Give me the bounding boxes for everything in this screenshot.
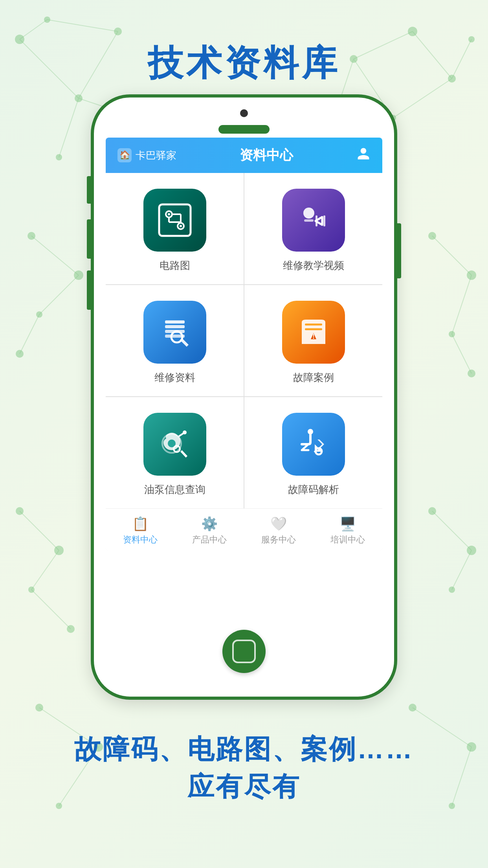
nav-data-icon: 📋 bbox=[132, 516, 149, 531]
video-icon bbox=[282, 189, 345, 252]
nav-train-icon: 🖥️ bbox=[339, 516, 356, 531]
nav-train-center[interactable]: 🖥️ 培训中心 bbox=[313, 509, 382, 551]
nav-service-icon: 🤍 bbox=[270, 516, 287, 531]
phone-top-area bbox=[94, 97, 394, 134]
svg-line-17 bbox=[31, 550, 59, 590]
svg-rect-83 bbox=[313, 334, 314, 337]
circuit-icon bbox=[143, 189, 206, 252]
svg-point-55 bbox=[409, 704, 416, 712]
svg-line-19 bbox=[432, 511, 471, 550]
phone-mockup: 🏠 卡巴驿家 资料中心 bbox=[91, 94, 397, 700]
svg-point-43 bbox=[449, 331, 455, 337]
svg-point-38 bbox=[74, 270, 83, 280]
repair-label: 维修资料 bbox=[154, 371, 195, 384]
svg-line-13 bbox=[432, 236, 471, 275]
home-button[interactable] bbox=[222, 630, 266, 673]
home-button-inner bbox=[232, 640, 256, 663]
side-button-vol-up bbox=[87, 219, 92, 259]
fault-icon bbox=[282, 301, 345, 364]
nav-service-center[interactable]: 🤍 服务中心 bbox=[244, 509, 313, 551]
svg-line-2 bbox=[20, 20, 47, 39]
video-label: 维修教学视频 bbox=[283, 259, 344, 272]
svg-rect-75 bbox=[165, 320, 185, 324]
svg-point-28 bbox=[75, 94, 83, 102]
side-button-power bbox=[396, 223, 401, 278]
fault-label: 故障案例 bbox=[293, 371, 334, 384]
nav-service-label: 服务中心 bbox=[261, 534, 296, 546]
svg-point-31 bbox=[114, 28, 122, 35]
svg-line-16 bbox=[20, 511, 59, 550]
svg-point-29 bbox=[56, 154, 62, 160]
svg-point-70 bbox=[303, 208, 314, 219]
code-icon bbox=[282, 413, 345, 476]
pump-label: 油泵信息查询 bbox=[144, 483, 205, 497]
grid-item-repair[interactable]: 维修资料 bbox=[106, 285, 244, 396]
nav-train-label: 培训中心 bbox=[330, 534, 365, 546]
svg-point-42 bbox=[467, 270, 476, 280]
user-icon[interactable] bbox=[356, 147, 371, 164]
svg-point-44 bbox=[468, 370, 475, 377]
bottom-line1: 故障码、电路图、案例…… bbox=[0, 730, 488, 768]
svg-point-41 bbox=[428, 232, 436, 240]
logo-icon: 🏠 bbox=[117, 148, 132, 162]
nav-product-icon: ⚙️ bbox=[201, 516, 218, 531]
svg-line-3 bbox=[47, 20, 118, 31]
svg-point-47 bbox=[28, 587, 35, 593]
svg-point-52 bbox=[35, 704, 43, 712]
svg-point-32 bbox=[408, 27, 417, 36]
svg-point-68 bbox=[168, 213, 170, 215]
svg-point-30 bbox=[44, 17, 50, 23]
svg-line-11 bbox=[39, 275, 79, 314]
code-label: 故障码解析 bbox=[288, 483, 339, 497]
svg-rect-73 bbox=[316, 215, 317, 226]
svg-line-94 bbox=[314, 451, 316, 452]
svg-line-12 bbox=[20, 314, 39, 354]
bottom-text: 故障码、电路图、案例…… 应有尽有 bbox=[0, 730, 488, 805]
svg-point-88 bbox=[183, 430, 187, 434]
svg-point-37 bbox=[28, 232, 35, 240]
svg-point-46 bbox=[54, 546, 64, 555]
logo-text: 卡巴驿家 bbox=[136, 149, 176, 162]
grid-item-circuit[interactable]: 电路图 bbox=[106, 173, 244, 284]
svg-point-84 bbox=[313, 338, 314, 339]
grid-item-fault[interactable]: 故障案例 bbox=[244, 285, 382, 396]
svg-point-45 bbox=[16, 507, 24, 515]
app-header: 🏠 卡巴驿家 资料中心 bbox=[106, 138, 382, 173]
bottom-line2: 应有尽有 bbox=[0, 768, 488, 805]
svg-rect-80 bbox=[305, 324, 322, 326]
page-title: 技术资料库 bbox=[0, 39, 488, 87]
nav-product-label: 产品中心 bbox=[192, 534, 227, 546]
svg-rect-60 bbox=[159, 204, 191, 236]
grid-item-code[interactable]: 故障码解析 bbox=[244, 397, 382, 508]
repair-icon bbox=[143, 301, 206, 364]
svg-rect-71 bbox=[304, 219, 314, 222]
svg-line-1 bbox=[59, 98, 79, 157]
svg-line-10 bbox=[31, 236, 79, 275]
nav-product-center[interactable]: ⚙️ 产品中心 bbox=[175, 509, 244, 551]
nav-data-label: 资料中心 bbox=[123, 534, 158, 546]
svg-point-51 bbox=[449, 587, 455, 593]
app-nav: 📋 资料中心 ⚙️ 产品中心 🤍 服务中心 🖥️ 培训中心 bbox=[106, 508, 382, 551]
svg-point-49 bbox=[428, 507, 436, 515]
nav-data-center[interactable]: 📋 资料中心 bbox=[106, 509, 175, 551]
svg-line-14 bbox=[452, 275, 471, 334]
app-logo: 🏠 卡巴驿家 bbox=[117, 148, 176, 162]
side-button-top bbox=[87, 176, 92, 204]
grid-item-pump[interactable]: 油泵信息查询 bbox=[106, 397, 244, 508]
svg-point-69 bbox=[180, 225, 182, 227]
camera-icon bbox=[240, 109, 248, 117]
grid-item-video[interactable]: 维修教学视频 bbox=[244, 173, 382, 284]
app-grid: 电路图 维修教学视频 bbox=[106, 173, 382, 508]
svg-point-90 bbox=[308, 429, 313, 434]
side-button-vol-down bbox=[87, 270, 92, 310]
svg-rect-74 bbox=[323, 215, 325, 226]
svg-line-18 bbox=[31, 590, 71, 629]
svg-line-20 bbox=[452, 550, 471, 590]
app-screen: 🏠 卡巴驿家 资料中心 bbox=[106, 138, 382, 551]
svg-point-39 bbox=[36, 311, 42, 318]
pump-icon bbox=[143, 413, 206, 476]
speaker bbox=[218, 125, 270, 134]
svg-point-40 bbox=[16, 350, 24, 358]
svg-point-50 bbox=[467, 546, 476, 555]
header-title: 资料中心 bbox=[176, 146, 356, 164]
